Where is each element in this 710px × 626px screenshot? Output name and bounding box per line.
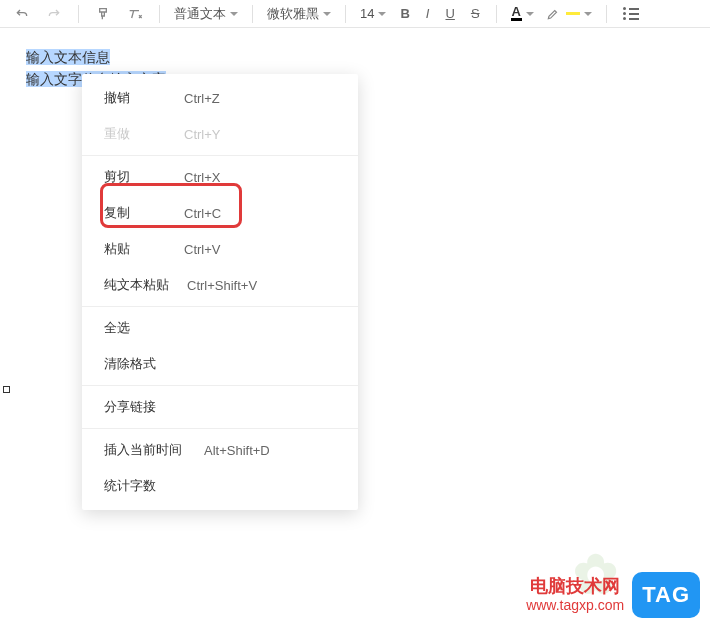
menu-label: 全选 [104, 319, 166, 337]
menu-select-all[interactable]: 全选 [82, 310, 358, 346]
font-size-label: 14 [360, 6, 374, 21]
font-size-select[interactable]: 14 [356, 4, 390, 23]
menu-shortcut: Ctrl+Shift+V [187, 278, 257, 293]
paragraph-style-label: 普通文本 [174, 5, 226, 23]
menu-shortcut: Alt+Shift+D [204, 443, 270, 458]
menu-separator [82, 306, 358, 307]
toolbar-separator [252, 5, 253, 23]
highlight-swatch [566, 12, 580, 15]
toolbar: 普通文本 微软雅黑 14 B I U S A [0, 0, 710, 28]
watermark-text: 电脑技术网 www.tagxp.com [526, 576, 624, 614]
menu-label: 撤销 [104, 89, 166, 107]
highlight-color-button[interactable] [542, 5, 596, 23]
menu-shortcut: Ctrl+X [184, 170, 220, 185]
menu-share-link[interactable]: 分享链接 [82, 389, 358, 425]
strikethrough-button[interactable]: S [465, 4, 486, 23]
menu-label: 纯文本粘贴 [104, 276, 169, 294]
chevron-down-icon [378, 12, 386, 16]
italic-button[interactable]: I [420, 4, 436, 23]
toolbar-separator [496, 5, 497, 23]
menu-label: 清除格式 [104, 355, 166, 373]
selection-resize-handle[interactable] [3, 386, 10, 393]
menu-label: 复制 [104, 204, 166, 222]
menu-shortcut: Ctrl+C [184, 206, 221, 221]
menu-paste[interactable]: 粘贴 Ctrl+V [82, 231, 358, 267]
underline-button[interactable]: U [439, 4, 460, 23]
menu-insert-time[interactable]: 插入当前时间 Alt+Shift+D [82, 432, 358, 468]
font-color-icon: A [511, 6, 522, 21]
menu-shortcut: Ctrl+Z [184, 91, 220, 106]
clear-format-button[interactable] [121, 4, 149, 24]
undo-button[interactable] [8, 4, 36, 24]
bullet-list-button[interactable] [617, 5, 645, 22]
paragraph-style-select[interactable]: 普通文本 [170, 3, 242, 25]
menu-word-count[interactable]: 统计字数 [82, 468, 358, 504]
toolbar-separator [606, 5, 607, 23]
bold-button[interactable]: B [394, 4, 415, 23]
menu-cut[interactable]: 剪切 Ctrl+X [82, 159, 358, 195]
watermark-url: www.tagxp.com [526, 597, 624, 614]
font-family-select[interactable]: 微软雅黑 [263, 3, 335, 25]
menu-clear-format[interactable]: 清除格式 [82, 346, 358, 382]
menu-label: 粘贴 [104, 240, 166, 258]
watermark: 电脑技术网 www.tagxp.com TAG [526, 572, 700, 618]
font-color-button[interactable]: A [507, 4, 538, 23]
toolbar-separator [159, 5, 160, 23]
menu-separator [82, 428, 358, 429]
chevron-down-icon [584, 12, 592, 16]
menu-shortcut: Ctrl+Y [184, 127, 220, 142]
format-painter-button[interactable] [89, 4, 117, 24]
watermark-title: 电脑技术网 [526, 576, 624, 598]
redo-button[interactable] [40, 4, 68, 24]
toolbar-separator [345, 5, 346, 23]
menu-copy[interactable]: 复制 Ctrl+C [82, 195, 358, 231]
menu-separator [82, 385, 358, 386]
menu-label: 重做 [104, 125, 166, 143]
menu-label: 分享链接 [104, 398, 166, 416]
font-family-label: 微软雅黑 [267, 5, 319, 23]
highlighter-icon [546, 7, 560, 21]
menu-undo[interactable]: 撤销 Ctrl+Z [82, 80, 358, 116]
menu-redo: 重做 Ctrl+Y [82, 116, 358, 152]
menu-separator [82, 155, 358, 156]
menu-label: 统计字数 [104, 477, 166, 495]
chevron-down-icon [526, 12, 534, 16]
menu-paste-plain[interactable]: 纯文本粘贴 Ctrl+Shift+V [82, 267, 358, 303]
tag-badge: TAG [632, 572, 700, 618]
list-icon [623, 7, 639, 20]
menu-label: 插入当前时间 [104, 441, 186, 459]
toolbar-separator [78, 5, 79, 23]
chevron-down-icon [323, 12, 331, 16]
menu-label: 剪切 [104, 168, 166, 186]
context-menu: 撤销 Ctrl+Z 重做 Ctrl+Y 剪切 Ctrl+X 复制 Ctrl+C … [82, 74, 358, 510]
chevron-down-icon [230, 12, 238, 16]
menu-shortcut: Ctrl+V [184, 242, 220, 257]
selected-text-line1: 输入文本信息 [26, 49, 110, 65]
